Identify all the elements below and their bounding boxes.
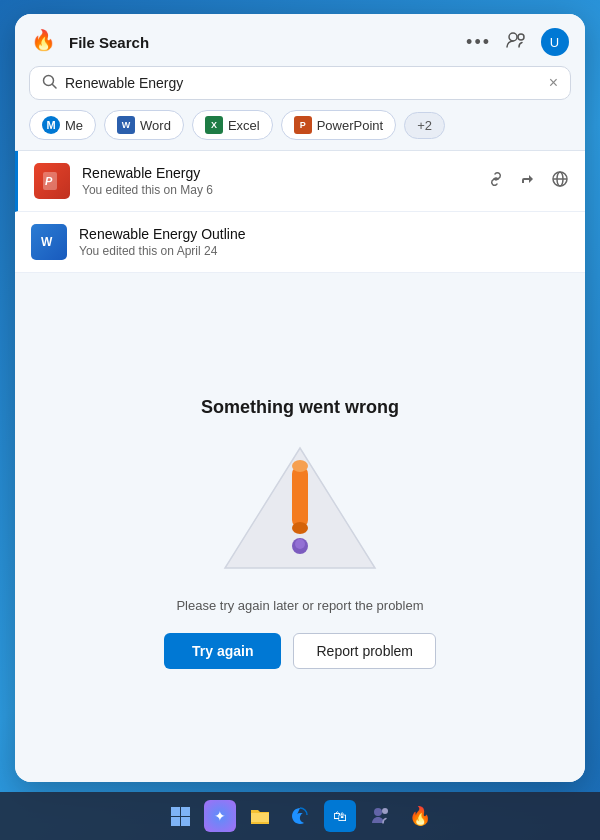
search-input[interactable] — [65, 75, 541, 91]
ppt-file-icon: P — [34, 163, 70, 199]
filter-ppt-label: PowerPoint — [317, 118, 383, 133]
error-section: Something went wrong Please try again la… — [15, 273, 585, 782]
svg-point-20 — [374, 808, 382, 816]
taskbar-store-icon[interactable]: 🛍 — [324, 800, 356, 832]
filter-excel[interactable]: X Excel — [192, 110, 273, 140]
link-icon[interactable] — [487, 170, 505, 192]
svg-point-12 — [292, 460, 308, 472]
svg-point-0 — [509, 33, 517, 41]
filter-more-label: +2 — [417, 118, 432, 133]
search-bar: × — [29, 66, 571, 100]
result-2-name: Renewable Energy Outline — [79, 226, 569, 242]
filter-me[interactable]: M Me — [29, 110, 96, 140]
filter-excel-label: Excel — [228, 118, 260, 133]
word-icon: W — [117, 116, 135, 134]
result-1-meta: You edited this on May 6 — [82, 183, 475, 197]
header-actions: ••• U — [466, 28, 569, 56]
result-1-name: Renewable Energy — [82, 165, 475, 181]
search-clear-button[interactable]: × — [549, 74, 558, 92]
app-title: File Search — [69, 34, 456, 51]
web-icon[interactable] — [551, 170, 569, 192]
taskbar-windows-icon[interactable] — [164, 800, 196, 832]
svg-rect-17 — [181, 807, 190, 816]
main-panel: 🔥 File Search ••• U × — [15, 14, 585, 782]
svg-point-15 — [295, 539, 305, 549]
svg-text:W: W — [41, 235, 53, 249]
result-1-actions — [487, 170, 569, 192]
excel-icon: X — [205, 116, 223, 134]
try-again-button[interactable]: Try again — [164, 633, 281, 669]
svg-text:P: P — [45, 175, 53, 187]
taskbar: ✦ 🛍 🔥 — [0, 792, 600, 840]
ppt-icon: P — [294, 116, 312, 134]
me-icon: M — [42, 116, 60, 134]
filter-word[interactable]: W Word — [104, 110, 184, 140]
svg-rect-19 — [181, 817, 190, 826]
filter-more[interactable]: +2 — [404, 112, 445, 139]
taskbar-explorer-icon[interactable] — [244, 800, 276, 832]
svg-point-21 — [382, 808, 388, 814]
result-item-2[interactable]: W Renewable Energy Outline You edited th… — [15, 212, 585, 273]
error-title: Something went wrong — [201, 397, 399, 418]
svg-rect-11 — [292, 466, 308, 528]
filter-word-label: Word — [140, 118, 171, 133]
svg-rect-16 — [171, 807, 180, 816]
taskbar-copilot-icon[interactable]: ✦ — [204, 800, 236, 832]
warning-svg — [220, 438, 380, 578]
svg-line-3 — [53, 85, 57, 89]
people-icon[interactable] — [505, 29, 527, 56]
error-illustration — [220, 438, 380, 578]
svg-point-13 — [292, 522, 308, 534]
search-icon — [42, 74, 57, 92]
error-subtitle: Please try again later or report the pro… — [176, 598, 423, 613]
word-file-icon: W — [31, 224, 67, 260]
svg-rect-18 — [171, 817, 180, 826]
header: 🔥 File Search ••• U — [15, 14, 585, 66]
taskbar-teams-icon[interactable] — [364, 800, 396, 832]
taskbar-filesearch-icon[interactable]: 🔥 — [404, 800, 436, 832]
filter-chips: M Me W Word X Excel P PowerPoint +2 — [15, 110, 585, 150]
user-avatar[interactable]: U — [541, 28, 569, 56]
result-2-info: Renewable Energy Outline You edited this… — [79, 226, 569, 258]
error-buttons: Try again Report problem — [164, 633, 436, 669]
taskbar-edge-icon[interactable] — [284, 800, 316, 832]
filter-powerpoint[interactable]: P PowerPoint — [281, 110, 396, 140]
more-options-icon[interactable]: ••• — [466, 32, 491, 53]
result-item-1[interactable]: P Renewable Energy You edited this on Ma… — [15, 151, 585, 212]
filter-me-label: Me — [65, 118, 83, 133]
app-icon: 🔥 — [31, 28, 59, 56]
report-problem-button[interactable]: Report problem — [293, 633, 436, 669]
result-1-info: Renewable Energy You edited this on May … — [82, 165, 475, 197]
svg-point-1 — [518, 34, 524, 40]
result-2-meta: You edited this on April 24 — [79, 244, 569, 258]
share-icon[interactable] — [519, 170, 537, 192]
